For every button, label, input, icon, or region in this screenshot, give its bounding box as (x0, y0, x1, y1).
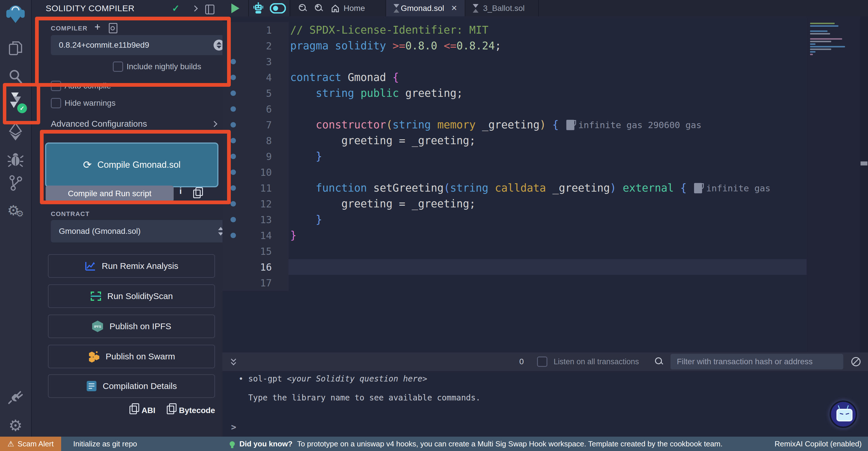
remixai-copilot-avatar[interactable] (830, 400, 857, 428)
line-number: 14 (222, 230, 272, 241)
editor-line-5[interactable]: 5 string public greeting; (222, 85, 807, 101)
editor-line-1[interactable]: 1// SPDX-License-Identifier: MIT (222, 22, 807, 38)
clear-console-icon[interactable] (851, 357, 861, 366)
contract-select[interactable]: Gmonad (Gmonad.sol) (51, 220, 231, 243)
warning-icon: ⚠ (7, 440, 14, 448)
line-number: 5 (222, 88, 272, 99)
editor-line-12[interactable]: 12 greeting = _greeting; (222, 196, 807, 212)
git-icon[interactable] (0, 173, 31, 193)
minimap-region (807, 17, 860, 353)
copilot-status[interactable]: RemixAI Copilot (enabled) (775, 436, 862, 451)
zoom-out-icon[interactable] (299, 4, 307, 12)
line-number: 2 (222, 40, 272, 52)
compile-and-run-button[interactable]: Compile and Run script (45, 186, 174, 202)
run-script-button[interactable] (222, 0, 249, 17)
editor-line-9[interactable]: 9 } (222, 148, 807, 164)
compilation-details-button[interactable]: Compilation Details (48, 374, 215, 398)
tab-ballot[interactable]: 3_Ballot.sol (465, 0, 539, 17)
plugin-connect-icon[interactable] (0, 387, 31, 406)
editor-line-4[interactable]: 4contract Gmonad { (222, 69, 807, 85)
nightly-builds-checkbox[interactable] (113, 61, 123, 72)
tip-title: Did you know? (239, 440, 292, 448)
code-editor[interactable]: 1// SPDX-License-Identifier: MIT2pragma … (222, 17, 868, 353)
copilot-status-label: RemixAI Copilot (enabled) (775, 440, 862, 448)
file-explorer-icon[interactable] (0, 38, 31, 58)
line-number: 17 (222, 277, 272, 289)
nav-block: Home (290, 0, 386, 17)
editor-line-17[interactable]: 17 (222, 275, 807, 291)
debugger-icon[interactable] (0, 149, 31, 169)
pin-panel-icon[interactable] (205, 5, 214, 16)
terminal-prompt[interactable]: > (231, 420, 480, 433)
compiler-version-select[interactable]: 0.8.24+commit.e11b9ed9 (51, 35, 229, 55)
gas-estimate: infinite gas 290600 gas (566, 120, 702, 130)
editor-line-8[interactable]: 8 greeting = _greeting; (222, 133, 807, 148)
info-icon[interactable]: i (179, 186, 182, 196)
line-number: 12 (222, 198, 272, 210)
compile-and-run-label: Compile and Run script (68, 189, 151, 198)
compile-button[interactable]: ⟳ Compile Gmonad.sol (45, 142, 218, 187)
copy-bytecode-icon[interactable] (167, 405, 174, 415)
hide-warnings-checkbox[interactable] (51, 98, 61, 108)
solidity-compiler-icon[interactable]: ✓ (0, 90, 31, 111)
ipfs-icon: IPFS (92, 320, 104, 333)
transaction-count: 0 (519, 357, 524, 366)
ai-robot-icon[interactable] (253, 2, 264, 15)
search-icon[interactable] (0, 67, 31, 86)
remix-logo-icon[interactable] (0, 2, 31, 25)
advanced-configurations[interactable]: Advanced Configurations (51, 119, 216, 129)
line-number: 13 (222, 214, 272, 225)
publish-on-swarm-button[interactable]: Publish on Swarm (48, 345, 215, 368)
transaction-filter-input[interactable] (671, 354, 843, 369)
settings-icon[interactable]: ⚙ (0, 416, 31, 435)
home-icon (331, 4, 340, 12)
listen-transactions-checkbox[interactable] (537, 357, 547, 367)
tab-ballot-label: 3_Ballot.sol (483, 4, 525, 13)
line-number: 9 (222, 151, 272, 162)
copy-script-icon[interactable] (193, 190, 200, 199)
editor-line-7[interactable]: 7 constructor(string memory _greeting) {… (222, 117, 807, 133)
nightly-builds-label: Include nightly builds (127, 62, 201, 71)
lightbulb-icon (229, 441, 235, 446)
terminal-search-icon[interactable] (655, 357, 663, 366)
run-solidityscan-button[interactable]: Run SolidityScan (48, 284, 215, 308)
panel-forward-icon[interactable] (193, 6, 197, 12)
editor-line-3[interactable]: 3 (222, 54, 807, 69)
copy-abi-icon[interactable] (129, 405, 137, 415)
plugin-manager-icon[interactable]: ⚙⚙ (0, 201, 31, 220)
abi-label[interactable]: ABI (142, 406, 155, 415)
publish-on-ipfs-button[interactable]: IPFS Publish on IPFS (48, 314, 215, 338)
run-remix-analysis-label: Run Remix Analysis (102, 261, 179, 271)
editor-line-11[interactable]: 11 function setGreeting(string calldata … (222, 180, 807, 196)
copilot-toggle[interactable] (270, 3, 286, 13)
gas-pump-icon (694, 183, 702, 193)
editor-line-14[interactable]: 14} (222, 227, 807, 243)
bytecode-label[interactable]: Bytecode (179, 406, 215, 415)
terminal-header: 0 Listen on all transactions (222, 353, 868, 371)
deploy-run-icon[interactable] (0, 122, 31, 142)
editor-line-15[interactable]: 15 (222, 243, 807, 259)
editor-scrollbar[interactable] (860, 17, 868, 353)
tab-home[interactable]: Home (331, 4, 365, 13)
git-init-button[interactable]: Initialize as git repo (73, 436, 137, 451)
editor-line-10[interactable]: 10 (222, 164, 807, 180)
advanced-configurations-label: Advanced Configurations (51, 119, 147, 129)
scam-alert-badge[interactable]: ⚠ Scam Alert (0, 436, 61, 451)
zoom-in-icon[interactable] (315, 4, 323, 12)
minimap[interactable] (810, 22, 856, 56)
auto-compile-checkbox[interactable] (51, 81, 61, 91)
tab-gmonad[interactable]: Gmonad.sol ✕ (386, 0, 465, 17)
hide-warnings-label: Hide warnings (65, 98, 115, 108)
editor-line-13[interactable]: 13 } (222, 212, 807, 227)
run-remix-analysis-button[interactable]: Run Remix Analysis (48, 254, 215, 278)
collapse-terminal-icon[interactable] (230, 357, 239, 367)
terminal-help-text: Type the library name to see available c… (248, 393, 480, 402)
scrollbar-thumb[interactable] (861, 162, 867, 166)
editor-line-6[interactable]: 6 (222, 101, 807, 117)
compile-success-badge: ✓ (17, 104, 27, 113)
custom-compiler-icon[interactable] (109, 23, 117, 34)
editor-line-2[interactable]: 2pragma solidity >=0.8.0 <=0.8.24; (222, 38, 807, 54)
close-tab-icon[interactable]: ✕ (451, 4, 457, 12)
editor-line-16[interactable]: 16 (222, 259, 807, 275)
add-compiler-icon[interactable]: + (94, 22, 100, 32)
